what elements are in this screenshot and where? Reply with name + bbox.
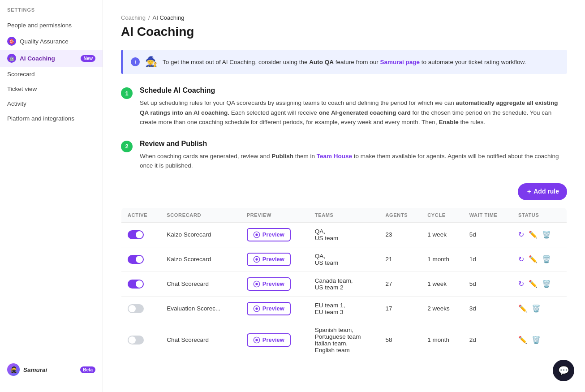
edit-icon-1[interactable]: ✏️ xyxy=(529,255,538,263)
cell-teams-3: EU team 1,EU team 3 xyxy=(309,296,379,321)
delete-icon-2[interactable]: 🗑️ xyxy=(542,280,551,288)
col-teams: TEAMS xyxy=(309,207,379,222)
main-content: Coaching / AI Coaching AI Coaching i 🧙 T… xyxy=(103,0,585,392)
preview-button-2[interactable]: Preview xyxy=(247,277,291,291)
cell-active-2 xyxy=(121,271,161,296)
cell-agents-4: 58 xyxy=(379,321,421,359)
table-row: Kaizo Scorecard Preview QA,US team 21 1 … xyxy=(121,247,567,271)
cell-status-0: ↻ ✏️ 🗑️ xyxy=(512,222,567,247)
step-1-number: 1 xyxy=(121,87,133,99)
cell-wait-time-1: 1d xyxy=(463,247,512,271)
delete-icon-3[interactable]: 🗑️ xyxy=(532,304,541,313)
samurai-avatar: 🥷 xyxy=(7,363,20,376)
cell-scorecard-3: Evaluation Scorec... xyxy=(160,296,240,321)
page-title: AI Coaching xyxy=(121,25,567,39)
preview-label: Preview xyxy=(262,280,284,287)
info-icon: i xyxy=(131,57,140,66)
cell-wait-time-3: 3d xyxy=(463,296,512,321)
sidebar-bottom: 🥷 Samurai Beta xyxy=(0,354,103,385)
edit-icon-0[interactable]: ✏️ xyxy=(529,230,538,239)
cell-agents-1: 21 xyxy=(379,247,421,271)
toggle-4[interactable] xyxy=(128,336,144,345)
sidebar-item-ticket-view[interactable]: Ticket view xyxy=(0,82,103,96)
toggle-0[interactable] xyxy=(128,230,144,239)
cell-preview-4: Preview xyxy=(241,321,309,359)
preview-label: Preview xyxy=(262,231,284,238)
add-rule-button[interactable]: ＋ Add rule xyxy=(518,183,567,200)
sidebar-item-ai-coaching[interactable]: 🤖 AI Coaching New xyxy=(0,50,103,67)
breadcrumb-parent[interactable]: Coaching xyxy=(121,14,146,21)
sidebar-item-label: Quality Assurance xyxy=(20,38,69,45)
table-row: Chat Scorecard Preview Spanish team,Port… xyxy=(121,321,567,359)
sidebar-item-samurai[interactable]: 🥷 Samurai Beta xyxy=(7,360,95,379)
cell-preview-1: Preview xyxy=(241,247,309,271)
cell-status-4: ✏️ 🗑️ xyxy=(512,321,567,359)
edit-icon-4[interactable]: ✏️ xyxy=(518,336,527,344)
step-2-number: 2 xyxy=(121,141,133,152)
toolbar: ＋ Add rule xyxy=(121,183,567,200)
step-2-title: Review and Publish xyxy=(140,140,567,148)
info-banner: i 🧙 To get the most out of AI Coaching, … xyxy=(121,50,567,74)
ai-coaching-icon: 🤖 xyxy=(7,54,16,63)
breadcrumb-current: AI Coaching xyxy=(153,14,185,21)
action-icons-1: ↻ ✏️ 🗑️ xyxy=(518,255,560,263)
toggle-3[interactable] xyxy=(128,304,144,313)
preview-button-4[interactable]: Preview xyxy=(247,333,291,347)
samurai-page-link[interactable]: Samurai page xyxy=(380,59,420,65)
preview-icon-0 xyxy=(253,231,260,238)
sidebar-item-label: Activity xyxy=(7,100,26,107)
delete-icon-4[interactable]: 🗑️ xyxy=(532,336,541,344)
preview-button-3[interactable]: Preview xyxy=(247,302,291,315)
preview-button-0[interactable]: Preview xyxy=(247,228,291,241)
col-preview: PREVIEW xyxy=(241,207,309,222)
cell-scorecard-4: Chat Scorecard xyxy=(160,321,240,359)
svg-point-7 xyxy=(255,307,258,310)
cell-cycle-4: 1 month xyxy=(421,321,463,359)
sync-icon-2[interactable]: ↻ xyxy=(518,280,524,288)
cell-scorecard-2: Chat Scorecard xyxy=(160,271,240,296)
sidebar-item-label: Platform and integrations xyxy=(7,115,74,122)
step-1-content: Schedule AI Coaching Set up scheduling r… xyxy=(140,86,567,127)
preview-button-1[interactable]: Preview xyxy=(247,253,291,266)
toggle-2[interactable] xyxy=(128,280,144,289)
cell-scorecard-0: Kaizo Scorecard xyxy=(160,222,240,247)
preview-label: Preview xyxy=(262,256,284,263)
team-house-link[interactable]: Team House xyxy=(317,153,352,159)
cell-status-1: ↻ ✏️ 🗑️ xyxy=(512,247,567,271)
sidebar-item-scorecard[interactable]: Scorecard xyxy=(0,67,103,82)
banner-text: To get the most out of AI Coaching, cons… xyxy=(163,59,526,65)
preview-icon-4 xyxy=(253,336,260,344)
edit-icon-2[interactable]: ✏️ xyxy=(529,280,538,288)
table-row: Kaizo Scorecard Preview QA,US team 23 1 … xyxy=(121,222,567,247)
beta-badge: Beta xyxy=(80,366,95,373)
delete-icon-0[interactable]: 🗑️ xyxy=(542,230,551,239)
toggle-1[interactable] xyxy=(128,255,144,264)
step-1: 1 Schedule AI Coaching Set up scheduling… xyxy=(121,86,567,127)
sidebar-item-quality-assurance[interactable]: 🎯 Quality Assurance xyxy=(0,33,103,50)
col-agents: AGENTS xyxy=(379,207,421,222)
add-rule-label: ＋ Add rule xyxy=(526,188,559,196)
svg-point-1 xyxy=(255,233,258,236)
cell-wait-time-2: 5d xyxy=(463,271,512,296)
step-1-title: Schedule AI Coaching xyxy=(140,86,567,95)
col-cycle: CYCLE xyxy=(421,207,463,222)
sidebar-item-label: Ticket view xyxy=(7,86,37,92)
cell-active-3 xyxy=(121,296,161,321)
cell-cycle-0: 1 week xyxy=(421,222,463,247)
sync-icon-1[interactable]: ↻ xyxy=(518,255,524,263)
chat-button[interactable]: 💬 xyxy=(553,360,574,381)
action-icons-3: ✏️ 🗑️ xyxy=(518,304,560,313)
cell-active-1 xyxy=(121,247,161,271)
sync-icon-0[interactable]: ↻ xyxy=(518,230,524,239)
sidebar-item-platform-integrations[interactable]: Platform and integrations xyxy=(0,111,103,126)
cell-wait-time-4: 2d xyxy=(463,321,512,359)
edit-icon-3[interactable]: ✏️ xyxy=(518,304,527,313)
sidebar-item-activity[interactable]: Activity xyxy=(0,96,103,111)
preview-icon-1 xyxy=(253,256,260,263)
cell-agents-2: 27 xyxy=(379,271,421,296)
cell-status-3: ✏️ 🗑️ xyxy=(512,296,567,321)
sidebar-item-people-permissions[interactable]: People and permissions xyxy=(0,18,103,33)
delete-icon-1[interactable]: 🗑️ xyxy=(542,255,551,263)
action-icons-2: ↻ ✏️ 🗑️ xyxy=(518,280,560,288)
svg-point-9 xyxy=(255,339,258,341)
